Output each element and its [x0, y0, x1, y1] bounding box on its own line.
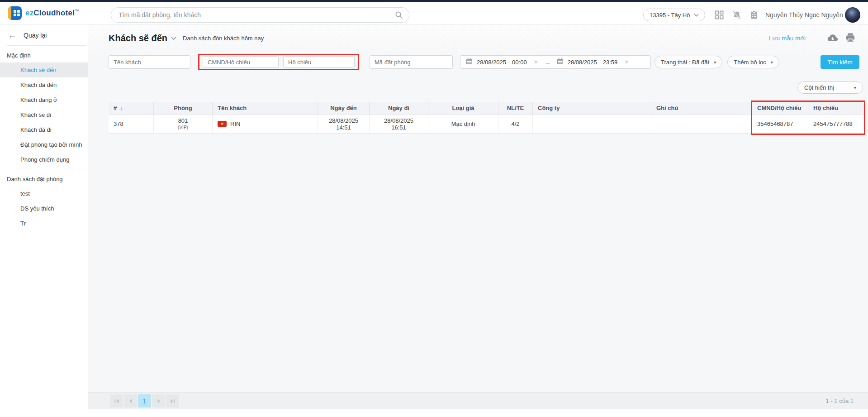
sidebar-item-khach-se-di[interactable]: Khách sẽ đi [0, 107, 88, 122]
cell-id-card: 35465468787 [752, 115, 808, 133]
cell-room: 801 (VIP) [154, 115, 213, 133]
pagination-range-summary: 1 - 1 của 1 [826, 398, 854, 404]
page-title: Khách sẽ đến [109, 33, 167, 43]
arriving-guests-table: # ↓ Phòng Tên khách Ngày đến Ngày đi Loạ… [109, 102, 864, 134]
cell-guest-name: ★ RIN [213, 115, 318, 133]
cell-passport: 245475777788 [808, 115, 864, 133]
app-logo-text: ezCloudhotel™ [25, 9, 79, 18]
col-header-room[interactable]: Phòng [154, 102, 213, 114]
back-button[interactable]: ← Quay lại [0, 27, 88, 43]
col-header-company[interactable]: Công ty [533, 102, 651, 114]
apps-grid-icon[interactable] [715, 10, 725, 20]
col-header-arrival-date[interactable]: Ngày đến [318, 102, 370, 114]
status-filter-dropdown[interactable]: Trạng thái : Đã đặt ▾ [655, 56, 722, 68]
sidebar-item-khach-dang-o[interactable]: Khách đang ở [0, 92, 88, 107]
sidebar-section-mac-dinh: Mặc định [0, 46, 88, 62]
cell-note [651, 115, 752, 133]
caret-down-icon: ▾ [714, 60, 716, 65]
sidebar-item-khach-da-den[interactable]: Khách đã đến [0, 77, 88, 92]
search-button[interactable]: Tìm kiếm [821, 55, 859, 69]
table-header-row: # ↓ Phòng Tên khách Ngày đến Ngày đi Loạ… [109, 102, 864, 115]
vietnam-flag-icon: ★ [218, 121, 227, 127]
passport-filter-input[interactable] [283, 56, 355, 68]
save-template-link[interactable]: Lưu mẫu mới [769, 35, 806, 42]
col-header-guest-name[interactable]: Tên khách [213, 102, 318, 114]
col-header-id-card[interactable]: CMND/Hộ chiếu [752, 102, 808, 114]
chevron-down-icon [694, 14, 699, 17]
col-header-index[interactable]: # ↓ [109, 102, 154, 114]
booking-code-filter-input[interactable] [370, 55, 453, 69]
sort-desc-icon[interactable]: ↓ [120, 105, 123, 111]
filter-bar: 28/08/2025 00:00 ✕ → 28/08/2025 23:59 ✕ … [109, 55, 868, 69]
cloud-download-icon[interactable] [827, 33, 838, 43]
notifications-muted-icon[interactable] [732, 10, 742, 20]
pagination-page-1[interactable]: 1 [138, 394, 151, 407]
columns-visibility-label: Cột hiển thị [804, 84, 834, 91]
sidebar-item-khach-se-den[interactable]: Khách sẽ đến [0, 62, 88, 77]
more-filters-label: Thêm bộ lọc [734, 59, 766, 66]
col-header-nl-te[interactable]: NL/TE [498, 102, 533, 114]
pagination-prev-button[interactable] [124, 394, 137, 407]
calendar-icon [466, 58, 473, 66]
sidebar-item-tr[interactable]: Tr [0, 216, 88, 231]
highlight-box-id-filters [198, 54, 359, 70]
sidebar-item-ds-yeu-thich[interactable]: DS yêu thích [0, 201, 88, 216]
col-header-passport[interactable]: Hộ chiếu [808, 102, 864, 114]
calendar-icon [557, 58, 564, 66]
cell-index: 378 [109, 115, 154, 133]
caret-down-icon: ▾ [854, 85, 856, 90]
sidebar-item-khach-da-di[interactable]: Khách đã đi [0, 122, 88, 137]
bottom-strip [88, 409, 868, 417]
col-header-note[interactable]: Ghi chú [651, 102, 752, 114]
cell-arrival: 28/08/2025 14:51 [318, 115, 370, 133]
global-search-input[interactable] [111, 7, 409, 23]
page-subtitle: Danh sách đón khách hôm nay [183, 35, 264, 42]
more-filters-dropdown[interactable]: Thêm bộ lọc ▾ [727, 56, 779, 68]
tasks-clipboard-icon[interactable] [749, 10, 759, 20]
ezcloudhotel-logo-icon [8, 6, 22, 20]
time-from-value[interactable]: 00:00 [512, 59, 527, 66]
cell-rate-type: Mặc định [428, 115, 498, 133]
table-row[interactable]: 378 801 (VIP) ★ RIN 28/08/2025 14:51 28/… [109, 115, 864, 134]
sidebar-section-danh-sach-dat-phong: Danh sách đặt phòng [0, 169, 88, 186]
sidebar: ← Quay lại Mặc định Khách sẽ đến Khách đ… [0, 24, 88, 417]
global-search [111, 7, 409, 23]
col-header-rate-type[interactable]: Loại giá [428, 102, 498, 114]
guest-name-filter-input[interactable] [109, 55, 190, 69]
app-logo[interactable]: ezCloudhotel™ [8, 6, 79, 20]
date-to-value[interactable]: 28/08/2025 [568, 59, 597, 66]
avatar[interactable] [845, 7, 860, 23]
columns-visibility-dropdown[interactable]: Cột hiển thị ▾ [797, 81, 863, 94]
caret-down-icon: ▾ [771, 60, 773, 65]
range-arrow-icon: → [544, 58, 551, 66]
back-arrow-icon: ← [8, 31, 16, 40]
hotel-selector[interactable]: 13395 - Tây Hồ [643, 9, 705, 21]
cell-company [533, 115, 651, 133]
search-icon[interactable] [395, 11, 403, 21]
clear-date-to-icon[interactable]: ✕ [624, 59, 629, 65]
time-to-value[interactable]: 23:59 [603, 59, 618, 66]
pagination-last-button[interactable] [166, 394, 179, 407]
hotel-selector-label: 13395 - Tây Hồ [650, 12, 690, 19]
ezcloudhotel-app: ezCloudhotel™ 13395 - Tây Hồ Nguyên Thúy… [0, 0, 868, 417]
status-filter-label: Trạng thái : Đã đặt [661, 59, 709, 66]
id-card-filter-input[interactable] [203, 56, 279, 68]
user-name[interactable]: Nguyên Thúy Ngọc Nguyên [765, 4, 843, 26]
date-range-picker[interactable]: 28/08/2025 00:00 ✕ → 28/08/2025 23:59 ✕ [460, 55, 651, 69]
page-header: Khách sẽ đến Danh sách đón khách hôm nay… [109, 31, 856, 45]
col-header-departure-date[interactable]: Ngày đi [370, 102, 428, 114]
print-icon[interactable] [845, 33, 856, 43]
title-chevron-down-icon[interactable] [171, 34, 176, 42]
main-content: Khách sẽ đến Danh sách đón khách hôm nay… [88, 24, 868, 417]
sidebar-item-phong-chiem-dung[interactable]: Phòng chiếm dụng [0, 152, 88, 167]
pagination-first-button[interactable] [110, 394, 123, 407]
sidebar-item-dat-phong-tao-boi-minh[interactable]: Đặt phòng tạo bởi mình [0, 137, 88, 152]
date-from-value[interactable]: 28/08/2025 [477, 59, 506, 66]
room-vip-tag: (VIP) [178, 124, 188, 131]
back-label: Quay lại [24, 32, 47, 39]
app-header: ezCloudhotel™ 13395 - Tây Hồ Nguyên Thúy… [0, 2, 868, 24]
clear-date-from-icon[interactable]: ✕ [534, 59, 538, 65]
cell-departure: 28/08/2025 16:51 [370, 115, 428, 133]
pagination-next-button[interactable] [152, 394, 165, 407]
sidebar-item-test[interactable]: test [0, 186, 88, 201]
